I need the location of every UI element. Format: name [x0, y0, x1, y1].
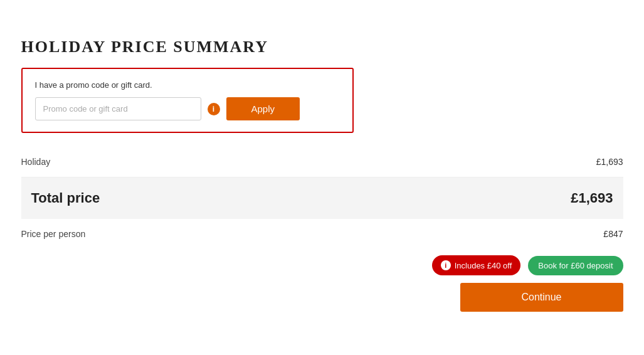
discount-badge-label: Includes £40 off	[455, 261, 512, 270]
apply-button[interactable]: Apply	[226, 97, 300, 120]
total-price-row: Total price £1,693	[21, 178, 623, 219]
holiday-value: £1,693	[596, 157, 623, 167]
continue-button[interactable]: Continue	[460, 283, 623, 312]
promo-code-input[interactable]	[35, 97, 201, 120]
main-container: HOLIDAY PRICE SUMMARY I have a promo cod…	[21, 38, 623, 312]
continue-row: Continue	[21, 283, 623, 312]
per-person-value: £847	[603, 229, 623, 239]
total-label: Total price	[31, 190, 100, 206]
discount-info-icon: i	[441, 260, 451, 270]
deposit-badge[interactable]: Book for £60 deposit	[528, 256, 623, 275]
promo-section: I have a promo code or gift card. i Appl…	[21, 68, 354, 133]
discount-badge: i Includes £40 off	[432, 255, 521, 275]
total-value: £1,693	[571, 190, 613, 206]
per-person-label: Price per person	[21, 229, 86, 239]
promo-info-icon[interactable]: i	[208, 103, 220, 115]
per-person-row: Price per person £847	[21, 219, 623, 249]
holiday-price-row: Holiday £1,693	[21, 147, 623, 178]
promo-label: I have a promo code or gift card.	[35, 80, 340, 90]
promo-input-row: i Apply	[35, 97, 340, 120]
holiday-label: Holiday	[21, 157, 51, 167]
action-row: i Includes £40 off Book for £60 deposit	[21, 249, 623, 283]
page-title: HOLIDAY PRICE SUMMARY	[21, 38, 623, 56]
